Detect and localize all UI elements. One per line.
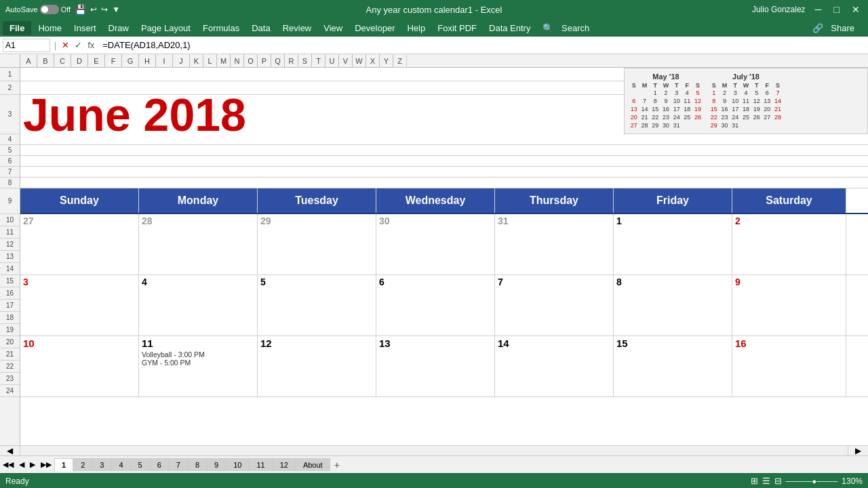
- jul-3-w[interactable]: 18: [741, 105, 751, 113]
- jul-3-f[interactable]: 20: [762, 105, 773, 113]
- menu-home[interactable]: Home: [33, 21, 67, 35]
- may-1-m[interactable]: [639, 89, 650, 97]
- jul-3-th[interactable]: 19: [751, 105, 762, 113]
- jul-2-s[interactable]: 8: [709, 97, 719, 105]
- jul-3-m[interactable]: 16: [719, 105, 730, 113]
- jul-2-f[interactable]: 13: [762, 97, 773, 105]
- week3-sun[interactable]: 10: [20, 336, 139, 396]
- may-5-sat[interactable]: [692, 121, 703, 129]
- menu-data[interactable]: Data: [246, 21, 275, 35]
- jul-1-m[interactable]: 2: [719, 89, 730, 97]
- week3-tue[interactable]: 12: [258, 336, 376, 396]
- jul-5-s[interactable]: 29: [709, 121, 719, 129]
- jul-5-t[interactable]: 31: [730, 121, 741, 129]
- may-3-t[interactable]: 15: [650, 105, 660, 113]
- may-4-f[interactable]: 25: [682, 113, 693, 121]
- jul-3-t[interactable]: 17: [730, 105, 741, 113]
- jul-2-m[interactable]: 9: [719, 97, 730, 105]
- jul-5-m[interactable]: 30: [719, 121, 730, 129]
- name-box[interactable]: [3, 39, 50, 52]
- scroll-left[interactable]: ◀: [0, 446, 20, 455]
- may-2-m[interactable]: 7: [639, 97, 650, 105]
- may-3-w[interactable]: 16: [660, 105, 671, 113]
- redo-icon[interactable]: ↪: [101, 5, 108, 14]
- table-icon[interactable]: ⊞: [751, 476, 758, 486]
- may-3-sat[interactable]: 19: [692, 105, 703, 113]
- jul-2-w[interactable]: 11: [741, 97, 751, 105]
- jul-4-s[interactable]: 22: [709, 113, 719, 121]
- week2-fri[interactable]: 8: [614, 275, 732, 336]
- sheet-tab-7[interactable]: 7: [169, 458, 188, 471]
- jul-5-f[interactable]: [762, 121, 773, 129]
- confirm-icon[interactable]: ✓: [73, 40, 83, 50]
- menu-draw[interactable]: Draw: [103, 21, 134, 35]
- sheet-tab-10[interactable]: 10: [226, 458, 249, 471]
- menu-page-layout[interactable]: Page Layout: [136, 21, 196, 35]
- may-2-f[interactable]: 11: [682, 97, 693, 105]
- may-3-f[interactable]: 18: [682, 105, 693, 113]
- week2-mon[interactable]: 4: [139, 275, 258, 336]
- may-5-f[interactable]: [682, 121, 693, 129]
- tab-nav-next[interactable]: ▶: [27, 460, 38, 469]
- week3-sat[interactable]: 16: [732, 336, 846, 396]
- jul-3-sat[interactable]: 21: [772, 105, 783, 113]
- jul-4-m[interactable]: 23: [719, 113, 730, 121]
- may-4-s[interactable]: 20: [629, 113, 639, 121]
- jul-5-w[interactable]: [741, 121, 751, 129]
- scroll-right[interactable]: ▶: [848, 446, 868, 455]
- sheet-tab-about[interactable]: About: [296, 458, 330, 471]
- jul-4-f[interactable]: 27: [762, 113, 773, 121]
- sheet-tab-12[interactable]: 12: [273, 458, 296, 471]
- cell-a4[interactable]: [20, 134, 631, 144]
- may-2-s[interactable]: 6: [629, 97, 639, 105]
- week1-mon[interactable]: 28: [139, 214, 258, 274]
- menu-view[interactable]: View: [318, 21, 348, 35]
- menu-formulas[interactable]: Formulas: [197, 21, 245, 35]
- preview-icon[interactable]: ⊟: [774, 476, 782, 486]
- week2-thu[interactable]: 7: [495, 275, 614, 336]
- close-btn[interactable]: ✕: [849, 4, 863, 15]
- week1-thu[interactable]: 31: [495, 214, 614, 274]
- week1-tue[interactable]: 29: [258, 214, 376, 274]
- cell-a7[interactable]: [20, 167, 631, 177]
- sheet-tab-3[interactable]: 3: [92, 458, 111, 471]
- menu-developer[interactable]: Developer: [349, 21, 400, 35]
- week3-thu[interactable]: 14: [495, 336, 614, 396]
- may-5-w[interactable]: 30: [660, 121, 671, 129]
- sheet-tab-4[interactable]: 4: [111, 458, 130, 471]
- jul-2-th[interactable]: 12: [751, 97, 762, 105]
- sheet-tab-2[interactable]: 2: [73, 458, 92, 471]
- may-2-sat[interactable]: 12: [692, 97, 703, 105]
- tab-nav-left[interactable]: ◀◀: [0, 460, 16, 469]
- menu-help[interactable]: Help: [401, 21, 431, 35]
- menu-foxit[interactable]: Foxit PDF: [432, 21, 482, 35]
- jul-1-w[interactable]: 4: [741, 89, 751, 97]
- may-3-m[interactable]: 14: [639, 105, 650, 113]
- restore-btn[interactable]: □: [831, 4, 842, 15]
- menu-data-entry[interactable]: Data Entry: [484, 21, 536, 35]
- week2-sat[interactable]: 9: [732, 275, 846, 336]
- week2-wed[interactable]: 6: [376, 275, 495, 336]
- menu-file[interactable]: File: [3, 21, 31, 35]
- may-1-f[interactable]: 4: [682, 89, 693, 97]
- cell-a5[interactable]: [20, 145, 631, 155]
- sheet-tab-1[interactable]: 1: [54, 458, 73, 472]
- may-3-s[interactable]: 13: [629, 105, 639, 113]
- menu-review[interactable]: Review: [277, 21, 317, 35]
- jul-1-t[interactable]: 3: [730, 89, 741, 97]
- cell-a8[interactable]: [20, 178, 631, 188]
- may-5-s[interactable]: 27: [629, 121, 639, 129]
- tab-nav-prev[interactable]: ◀: [16, 460, 27, 469]
- sheet-tab-6[interactable]: 6: [150, 458, 169, 471]
- function-icon[interactable]: fx: [86, 40, 96, 50]
- week2-sun[interactable]: 3: [20, 275, 139, 336]
- minimize-btn[interactable]: ─: [812, 4, 825, 15]
- week1-fri[interactable]: 1: [614, 214, 732, 274]
- cancel-icon[interactable]: ✕: [60, 40, 71, 50]
- jul-1-f[interactable]: 6: [762, 89, 773, 97]
- tab-nav-right[interactable]: ▶▶: [38, 460, 54, 469]
- jul-4-sat[interactable]: 28: [772, 113, 783, 121]
- may-2-t[interactable]: 8: [650, 97, 660, 105]
- may-2-w[interactable]: 9: [660, 97, 671, 105]
- page-icon[interactable]: ☰: [762, 476, 770, 486]
